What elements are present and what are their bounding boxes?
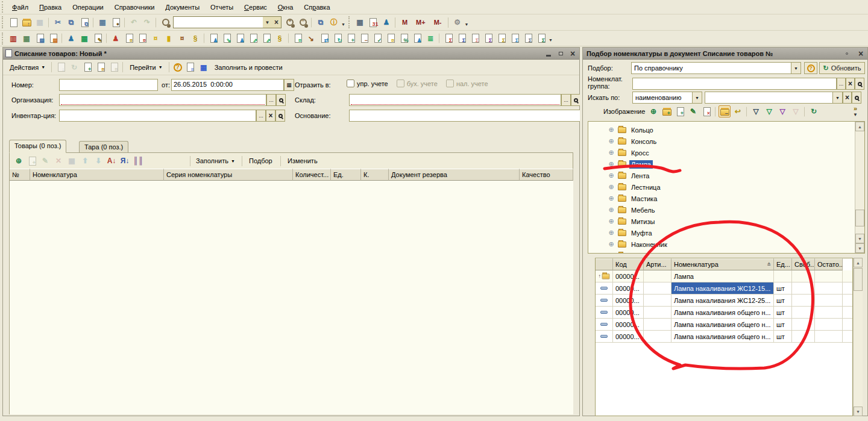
coins-stack-button[interactable] [149,33,162,45]
warehouse-open-button[interactable] [571,94,580,106]
toolbar-overflow-button[interactable]: » ▼ [853,105,858,117]
tree-item[interactable]: ⊕ Кросс [588,147,864,158]
end-edit-button[interactable] [66,155,78,167]
table-row[interactable]: ↑ 00000... Лампа накаливания ЖС12-25... … [596,295,852,307]
expense-chart-button[interactable] [260,33,272,45]
add-row-button[interactable] [13,155,25,167]
print-preview-button[interactable] [110,16,122,28]
toolbar-overflow-icon[interactable]: ▼ [549,38,553,42]
accounting-checkbox[interactable]: упр. учете [347,80,388,87]
memory-button[interactable]: M [398,17,411,28]
number-field[interactable] [59,79,158,91]
panel-close-button[interactable]: × [857,49,865,57]
doc-percent-button[interactable] [398,33,410,45]
scroll-down-icon[interactable]: ▼ [855,234,864,243]
money-transfer-button[interactable] [274,33,286,45]
list-settings-button[interactable] [184,61,197,73]
column-header[interactable]: Документ резерва≜ [389,169,520,181]
selection-mode-combo[interactable]: По справочнику ▼ [631,62,801,74]
warehouse-field[interactable] [349,94,561,106]
table-row[interactable]: ↑ 00000... Лампа накаливания общего н...… [596,319,852,331]
menu-item[interactable]: Сервис [239,2,272,13]
writeoff-arrow-button[interactable] [305,33,317,45]
organization-field[interactable] [59,94,266,106]
report-list-button[interactable] [522,33,534,45]
search-dropdown-icon[interactable]: ▼ [263,17,272,28]
info-dropdown-icon[interactable]: ▼ [341,22,345,27]
expand-icon[interactable]: ⊕ [608,252,615,254]
tree-item[interactable]: ⊕ Лента [588,170,864,181]
column-header[interactable]: Код≜ [613,258,644,270]
memory-button[interactable]: M- [430,17,445,28]
organization-select-button[interactable]: ... [266,94,276,106]
doc-coins-button[interactable] [385,33,397,45]
counterparties-button[interactable] [65,33,77,45]
inventory-field[interactable] [59,110,256,122]
memory-button[interactable]: M+ [412,17,429,28]
expand-icon[interactable]: ⊕ [608,195,615,202]
add-group-button[interactable] [661,105,673,117]
menu-item[interactable]: Операции [67,2,108,13]
expand-icon[interactable]: ⊕ [608,183,615,191]
tab-goods[interactable]: Товары (0 поз.) [9,140,66,153]
menu-item[interactable]: Файл [7,2,34,13]
nomenclature-group-field[interactable] [632,78,837,90]
doc-person-button[interactable] [411,33,423,45]
price-list-button[interactable] [78,33,90,45]
pin-icon[interactable] [846,52,848,55]
column-header[interactable]: Своб...≜ [792,258,815,270]
view-hierarchy-button[interactable] [719,105,731,117]
tree-item[interactable]: ⊕ Консоль [588,136,864,147]
reread-button[interactable] [68,61,80,73]
scroll-thumb[interactable] [854,268,863,291]
tree-scrollbar[interactable]: ▲ ▼ ▼ [855,122,864,253]
calendar-picker-button[interactable]: ▦ [284,79,294,91]
report-person-blue-button[interactable] [456,33,468,45]
accounting-checkbox[interactable]: бух. учете [397,80,438,87]
scroll-down-icon[interactable]: ▼ [855,243,864,253]
filter-by-value-button[interactable] [763,105,775,117]
coins-flow-button[interactable] [189,33,201,45]
close-button[interactable]: × [568,49,577,57]
menu-item[interactable]: Справка [298,2,335,13]
move-up-button[interactable] [79,155,91,167]
copy-window-button[interactable] [315,16,327,28]
organization-open-button[interactable] [276,94,286,106]
print-button[interactable] [96,16,108,28]
sales-button[interactable] [136,33,148,45]
doc-exchange-button[interactable] [318,33,330,45]
tree-item[interactable]: ⊕ Кольцо [588,124,864,136]
clear-posting-button[interactable] [108,61,120,73]
table-row[interactable]: ↑ 00000... Лампа [596,270,852,282]
toolbar-grip[interactable] [2,16,5,29]
goods-grid-body[interactable] [10,181,573,414]
fill-and-post-button[interactable]: Заполнить и провести [210,61,287,73]
menu-item[interactable]: Документы [160,2,205,13]
selection-panel-titlebar[interactable]: Подбор номенклатуры в документ Списание … [583,48,867,60]
refresh-list-button[interactable] [808,105,820,117]
receipt-money-button[interactable] [292,33,304,45]
tree-item[interactable]: ⊕ Наконечник [588,239,864,250]
zoom-in-button[interactable] [283,16,295,28]
tree-item[interactable]: ⊕ Муфта [588,227,864,239]
filter-menu-button[interactable] [776,105,788,117]
barcode-button[interactable] [132,155,144,167]
group-open-button[interactable] [855,78,864,90]
selection-button[interactable]: Подбор [245,155,277,167]
catalog-cabinet-button[interactable] [7,33,19,45]
new-document-button[interactable] [7,16,19,28]
save-document-button[interactable] [34,16,46,28]
column-header[interactable]: К.≜ [361,169,389,181]
menu-item[interactable]: Окна [272,2,299,13]
tree-item[interactable]: ⊕ [588,250,864,254]
help-button[interactable]: ? [172,61,184,73]
tree-item[interactable]: ⊕ Лестница [588,181,864,193]
search-text-combo[interactable]: ▼ [705,92,843,104]
calculator-button[interactable] [354,16,366,28]
inventory-open-button[interactable] [275,110,285,122]
tree-item[interactable]: ⊕ Мастика [588,193,864,204]
info-button[interactable] [328,16,340,28]
expand-icon[interactable]: ⊕ [608,160,615,168]
redo-button[interactable] [141,16,153,28]
report-check-button[interactable] [535,33,547,45]
